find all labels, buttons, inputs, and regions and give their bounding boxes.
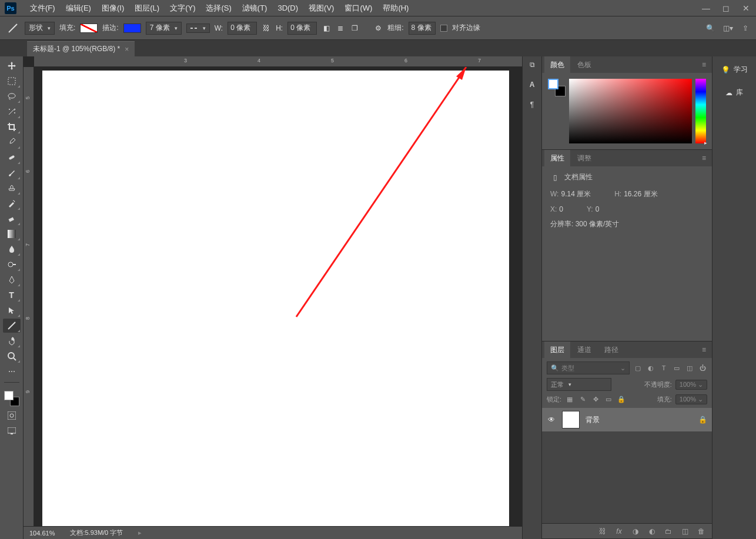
move-tool[interactable] (3, 59, 21, 73)
path-arrange-icon[interactable]: ❐ (350, 24, 359, 33)
magic-wand-tool[interactable] (3, 105, 21, 119)
doc-size[interactable]: 文档:5.93M/0 字节 (70, 528, 123, 537)
stroke-width-field[interactable]: 7 像素 (146, 22, 182, 35)
filter-adjust-icon[interactable]: ◐ (646, 363, 655, 373)
gear-icon[interactable]: ⚙ (373, 24, 383, 33)
lock-artboard-icon[interactable]: ▭ (604, 395, 613, 404)
edit-toolbar-icon[interactable]: ⋯ (3, 364, 21, 379)
libraries-panel-button[interactable]: ☁库 (725, 88, 743, 98)
crop-tool[interactable] (3, 120, 21, 134)
menu-file[interactable]: 文件(F) (25, 0, 61, 16)
menu-image[interactable]: 图像(I) (96, 0, 129, 16)
filter-image-icon[interactable]: ▢ (633, 363, 643, 373)
menu-help[interactable]: 帮助(H) (377, 0, 414, 16)
layer-row[interactable]: 👁 背景 🔒 (542, 408, 712, 431)
dodge-tool[interactable] (3, 257, 21, 272)
properties-panel-menu-icon[interactable]: ≡ (698, 154, 710, 162)
document-canvas[interactable] (42, 71, 509, 526)
screenmode-icon[interactable] (3, 424, 21, 438)
menu-view[interactable]: 视图(V) (303, 0, 339, 16)
menu-select[interactable]: 选择(S) (200, 0, 236, 16)
blur-tool[interactable] (3, 242, 21, 256)
hue-slider[interactable] (695, 79, 706, 143)
learn-panel-button[interactable]: 💡学习 (721, 65, 748, 75)
type-tool[interactable]: T (3, 288, 21, 302)
tab-channels[interactable]: 通道 (571, 342, 597, 358)
tab-paths[interactable]: 路径 (598, 342, 624, 358)
gradient-tool[interactable] (3, 227, 21, 241)
lock-icon[interactable]: 🔒 (698, 416, 707, 424)
weight-field[interactable]: 8 像素 (409, 22, 436, 35)
stroke-swatch[interactable] (123, 24, 141, 33)
ruler-vertical[interactable]: 5 6 7 8 9 (24, 67, 34, 526)
paragraph-panel-icon[interactable]: ¶ (527, 100, 537, 109)
window-minimize-icon[interactable]: — (701, 4, 711, 13)
tab-color[interactable]: 颜色 (544, 56, 570, 73)
link-wh-icon[interactable]: ⛓ (262, 24, 271, 33)
layer-thumbnail[interactable] (562, 411, 580, 428)
menu-filter[interactable]: 滤镜(T) (237, 0, 273, 16)
healing-brush-tool[interactable] (3, 150, 21, 165)
zoom-tool[interactable] (3, 349, 21, 363)
fx-icon[interactable]: fx (614, 527, 624, 536)
color-field[interactable] (569, 79, 692, 143)
color-panel-menu-icon[interactable]: ≡ (698, 61, 710, 69)
document-tab[interactable]: 未标题-1 @ 105%(RGB/8) * × (27, 41, 135, 56)
tab-layers[interactable]: 图层 (544, 342, 570, 358)
lock-pixels-icon[interactable]: ▦ (565, 395, 574, 404)
history-panel-icon[interactable]: ⧉ (527, 60, 537, 69)
filter-type-icon[interactable]: T (659, 363, 668, 373)
color-fgbg[interactable] (548, 79, 566, 96)
link-layers-icon[interactable]: ⛓ (598, 527, 607, 536)
brush-tool[interactable] (3, 166, 21, 180)
filter-shape-icon[interactable]: ▭ (672, 363, 681, 373)
clone-stamp-tool[interactable] (3, 181, 21, 195)
tab-properties[interactable]: 属性 (544, 150, 570, 166)
close-tab-icon[interactable]: × (125, 45, 129, 53)
menu-layer[interactable]: 图层(L) (129, 0, 165, 16)
workspace-icon[interactable]: ◫▾ (723, 24, 732, 33)
width-field[interactable]: 0 像素 (228, 22, 257, 35)
lock-paint-icon[interactable]: ✎ (578, 395, 587, 404)
share-icon[interactable]: ⇪ (741, 24, 750, 33)
opacity-field[interactable]: 100% ⌄ (675, 380, 707, 390)
ruler-horizontal[interactable]: 3 4 5 6 7 (34, 56, 522, 67)
layers-panel-menu-icon[interactable]: ≡ (698, 346, 710, 354)
color-swatches[interactable] (3, 390, 21, 407)
group-icon[interactable]: 🗀 (664, 527, 673, 536)
new-layer-icon[interactable]: ◫ (680, 527, 690, 536)
tab-adjustments[interactable]: 调整 (571, 150, 597, 166)
path-ops-icon[interactable]: ◧ (322, 24, 331, 33)
history-brush-tool[interactable] (3, 196, 21, 210)
trash-icon[interactable]: 🗑 (697, 527, 706, 536)
stroke-style-dropdown[interactable] (186, 24, 210, 33)
line-shape-tool[interactable] (3, 319, 21, 333)
eraser-tool[interactable] (3, 212, 21, 226)
eyedropper-tool[interactable] (3, 135, 21, 149)
fill-swatch[interactable] (80, 24, 98, 33)
mask-icon[interactable]: ◑ (631, 527, 640, 536)
menu-edit[interactable]: 编辑(E) (61, 0, 96, 16)
height-field[interactable]: 0 像素 (287, 22, 317, 35)
filter-toggle-icon[interactable]: ⏻ (698, 363, 707, 373)
fill-opacity-field[interactable]: 100% ⌄ (675, 394, 707, 404)
layer-name[interactable]: 背景 (586, 415, 600, 425)
lock-all-icon[interactable]: 🔒 (617, 395, 626, 404)
filter-smart-icon[interactable]: ◫ (685, 363, 694, 373)
menu-type[interactable]: 文字(Y) (165, 0, 200, 16)
pen-tool[interactable] (3, 273, 21, 287)
menu-3d[interactable]: 3D(D) (272, 0, 303, 16)
tool-mode-dropdown[interactable]: 形状 (25, 22, 55, 35)
blend-mode-dropdown[interactable]: 正常 (547, 378, 611, 391)
lasso-tool[interactable] (3, 89, 21, 103)
window-maximize-icon[interactable]: ◻ (721, 4, 731, 13)
hand-tool[interactable] (3, 334, 21, 348)
adjustment-layer-icon[interactable]: ◐ (647, 527, 657, 536)
lock-position-icon[interactable]: ✥ (591, 395, 600, 404)
canvas-viewport[interactable] (34, 67, 522, 526)
window-close-icon[interactable]: ✕ (741, 4, 751, 13)
layer-filter-field[interactable]: 🔍 类型⌄ (547, 361, 630, 374)
search-icon[interactable]: 🔍 (705, 24, 715, 33)
align-edges-checkbox[interactable] (440, 25, 447, 32)
marquee-tool[interactable] (3, 74, 21, 88)
